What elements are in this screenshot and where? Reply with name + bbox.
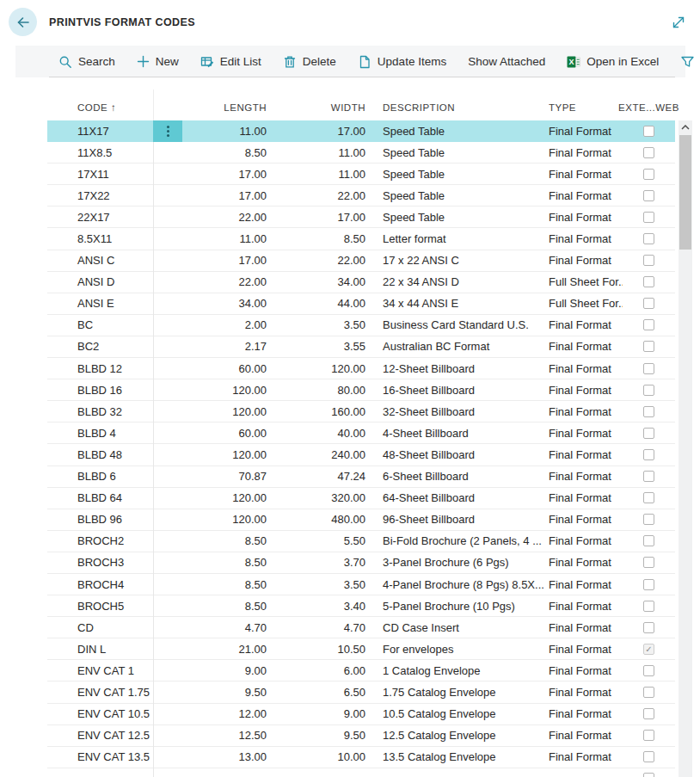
table-row[interactable]: DIN L 21.00 10.50 For envelopes Final Fo… xyxy=(47,638,675,660)
scroll-up-button[interactable] xyxy=(679,120,692,134)
external-web-checkbox[interactable] xyxy=(643,298,654,309)
external-web-checkbox[interactable] xyxy=(643,276,654,287)
table-row[interactable]: 17X11 17.00 11.00 Speed Table Final Form… xyxy=(47,163,675,185)
table-row[interactable]: ENV CAT 1 9.00 6.00 1 Catalog Envelope F… xyxy=(47,660,675,681)
cell-width: 80.00 xyxy=(267,384,365,397)
external-web-checkbox[interactable] xyxy=(643,751,654,762)
table-row[interactable]: ENV CAT 13.5 13.00 10.00 13.5 Catalog En… xyxy=(47,747,675,768)
table-row[interactable]: BLBD 12 60.00 120.00 12-Sheet Billboard … xyxy=(47,358,675,379)
external-web-checkbox[interactable] xyxy=(643,730,654,741)
external-web-checkbox[interactable] xyxy=(643,471,654,482)
cell-length: 34.00 xyxy=(153,297,267,310)
cell-description: CD Case Insert xyxy=(365,621,549,634)
table-row[interactable]: 11X8.5 8.50 11.00 Speed Table Final Form… xyxy=(47,142,675,163)
external-web-checkbox[interactable] xyxy=(643,514,654,525)
column-header-description[interactable]: DESCRIPTION xyxy=(365,102,549,114)
edit-list-label: Edit List xyxy=(220,55,261,68)
table-row[interactable]: BLBD 16 120.00 80.00 16-Sheet Billboard … xyxy=(47,379,675,401)
external-web-checkbox[interactable] xyxy=(643,644,654,655)
expand-page-button[interactable] xyxy=(669,13,688,32)
column-header-length[interactable]: LENGTH xyxy=(153,102,267,114)
external-web-checkbox[interactable] xyxy=(643,687,654,698)
external-web-checkbox[interactable] xyxy=(643,406,654,417)
external-web-checkbox[interactable] xyxy=(643,385,654,396)
column-header-external-web[interactable]: EXTE... WEB xyxy=(623,102,675,114)
external-web-checkbox[interactable] xyxy=(643,319,654,330)
column-header-type[interactable]: TYPE xyxy=(549,102,623,114)
external-web-checkbox[interactable] xyxy=(643,579,654,590)
filter-funnel-icon[interactable] xyxy=(680,55,695,69)
table-row[interactable]: 17X22 17.00 22.00 Speed Table Final Form… xyxy=(47,185,675,207)
scrollbar-thumb[interactable] xyxy=(679,135,691,250)
vertical-scrollbar[interactable] xyxy=(679,120,692,777)
cell-code: BLBD 96 xyxy=(47,513,153,526)
new-button[interactable]: New xyxy=(137,55,179,68)
table-row[interactable]: ANSI D 22.00 34.00 22 x 34 ANSI D Full S… xyxy=(47,272,675,293)
cell-width: 9.00 xyxy=(267,707,365,720)
external-web-checkbox[interactable] xyxy=(643,169,654,180)
cell-width: 6.00 xyxy=(267,664,365,677)
cell-code: BROCH2 xyxy=(47,534,153,547)
table-row[interactable]: BLBD 4 60.00 40.00 4-Sheet Billboard Fin… xyxy=(47,422,675,444)
table-row[interactable]: ENV CAT 1.75 9.50 6.50 1.75 Catalog Enve… xyxy=(47,681,675,703)
table-row[interactable]: BLBD 6 70.87 47.24 6-Sheet Billboard Fin… xyxy=(47,466,675,488)
row-options-button[interactable] xyxy=(153,120,182,142)
external-web-checkbox[interactable] xyxy=(643,535,654,546)
cell-external-web xyxy=(623,341,675,352)
cell-width: 8.50 xyxy=(267,232,365,245)
external-web-checkbox[interactable] xyxy=(643,665,654,676)
search-button[interactable]: Search xyxy=(58,55,115,69)
table-row[interactable]: BROCH5 8.50 3.40 5-Panel Brochure (10 Pg… xyxy=(47,595,675,617)
external-web-checkbox[interactable] xyxy=(643,212,654,223)
external-web-checkbox[interactable] xyxy=(643,449,654,460)
cell-length: 70.87 xyxy=(153,470,267,483)
table-row[interactable]: BROCH3 8.50 3.70 3-Panel Brochure (6 Pgs… xyxy=(47,552,675,574)
external-web-checkbox[interactable] xyxy=(643,492,654,503)
cell-type: Final Format xyxy=(549,362,623,375)
table-row[interactable]: BROCH4 8.50 3.50 4-Panel Brochure (8 Pgs… xyxy=(47,574,675,595)
table-row[interactable] xyxy=(47,768,675,777)
table-row[interactable]: BC 2.00 3.50 Business Card Standard U.S.… xyxy=(47,315,675,336)
external-web-checkbox[interactable] xyxy=(643,147,654,158)
table-row[interactable]: 22X17 22.00 17.00 Speed Table Final Form… xyxy=(47,207,675,228)
table-row[interactable]: 11X17 11.00 17.00 Speed Table Final Form… xyxy=(47,120,675,142)
edit-list-button[interactable]: Edit List xyxy=(200,55,261,69)
cell-external-web xyxy=(623,622,675,633)
external-web-checkbox[interactable] xyxy=(643,601,654,612)
column-header-width[interactable]: WIDTH xyxy=(267,102,365,114)
back-button[interactable] xyxy=(9,8,37,36)
table-row[interactable]: CD 4.70 4.70 CD Case Insert Final Format xyxy=(47,617,675,638)
table-row[interactable]: 8.5X11 11.00 8.50 Letter format Final Fo… xyxy=(47,228,675,250)
table-row[interactable]: ENV CAT 12.5 12.50 9.50 12.5 Catalog Env… xyxy=(47,725,675,747)
external-web-checkbox[interactable] xyxy=(643,255,654,266)
table-row[interactable]: ANSI C 17.00 22.00 17 x 22 ANSI C Final … xyxy=(47,250,675,272)
cell-external-web xyxy=(623,276,675,287)
external-web-checkbox[interactable] xyxy=(643,190,654,201)
external-web-checkbox[interactable] xyxy=(643,622,654,633)
table-row[interactable]: BLBD 64 120.00 320.00 64-Sheet Billboard… xyxy=(47,488,675,509)
column-header-code[interactable]: CODE ↑ xyxy=(47,102,153,114)
table-row[interactable]: ENV CAT 10.5 12.00 9.00 10.5 Catalog Env… xyxy=(47,704,675,725)
external-web-checkbox[interactable] xyxy=(643,773,654,777)
external-web-checkbox[interactable] xyxy=(643,341,654,352)
table-row[interactable]: ANSI E 34.00 44.00 34 x 44 ANSI E Full S… xyxy=(47,293,675,315)
update-items-button[interactable]: Update Items xyxy=(358,55,446,69)
cell-type: Final Format xyxy=(549,318,623,331)
table-row[interactable]: BLBD 32 120.00 160.00 32-Sheet Billboard… xyxy=(47,401,675,422)
cell-description: 16-Sheet Billboard xyxy=(365,384,549,397)
external-web-checkbox[interactable] xyxy=(643,428,654,439)
delete-button[interactable]: Delete xyxy=(283,55,336,69)
external-web-checkbox[interactable] xyxy=(643,363,654,374)
table-row[interactable]: BROCH2 8.50 5.50 Bi-Fold Brochure (2 Pan… xyxy=(47,531,675,552)
external-web-checkbox[interactable] xyxy=(643,126,654,137)
cell-description: For envelopes xyxy=(365,643,549,656)
table-row[interactable]: BC2 2.17 3.55 Australian BC Format Final… xyxy=(47,336,675,358)
cell-code: BLBD 16 xyxy=(47,384,153,397)
table-row[interactable]: BLBD 96 120.00 480.00 96-Sheet Billboard… xyxy=(47,509,675,531)
table-row[interactable]: BLBD 48 120.00 240.00 48-Sheet Billboard… xyxy=(47,444,675,466)
external-web-checkbox[interactable] xyxy=(643,557,654,568)
external-web-checkbox[interactable] xyxy=(643,233,654,244)
show-attached-button[interactable]: Show Attached xyxy=(468,55,545,68)
open-in-excel-button[interactable]: X Open in Excel xyxy=(567,55,659,69)
external-web-checkbox[interactable] xyxy=(643,708,654,719)
